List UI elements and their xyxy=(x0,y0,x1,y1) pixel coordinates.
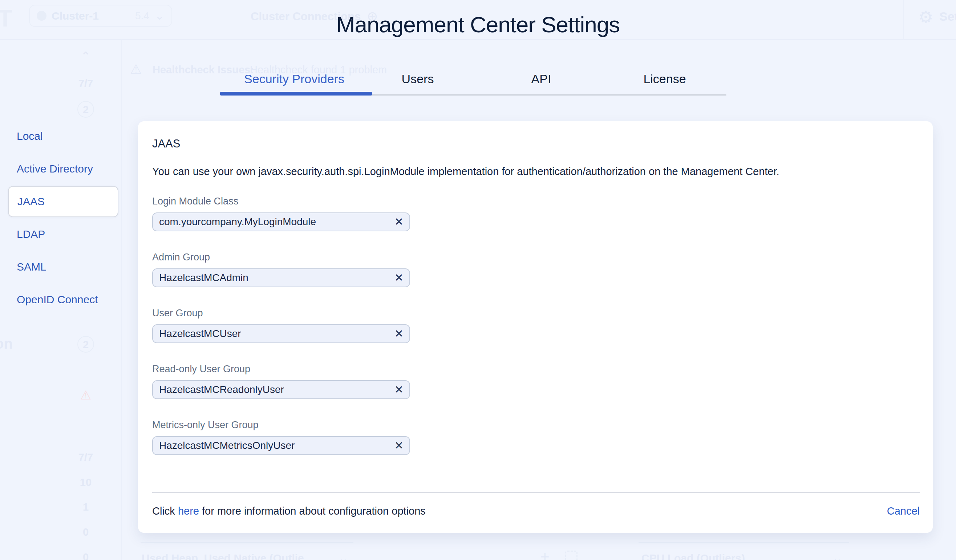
sidebar-item-active-directory[interactable]: Active Directory xyxy=(8,153,118,185)
sidebar-item-openid-connect[interactable]: OpenID Connect xyxy=(8,283,118,316)
input-value: HazelcastMCMetricsOnlyUser xyxy=(159,440,395,451)
tab-security-providers[interactable]: Security Providers xyxy=(233,72,356,86)
expand-icon xyxy=(565,551,577,560)
field-group: Admin Group HazelcastMCAdmin ✕ xyxy=(152,252,920,287)
stat-value: 10 xyxy=(69,477,102,488)
field-group: User Group HazelcastMCUser ✕ xyxy=(152,308,920,343)
readonly-user-group-input[interactable]: HazelcastMCReadonlyUser ✕ xyxy=(152,380,410,399)
panel-description: You can use your own javax.security.auth… xyxy=(152,165,920,178)
panel-top-border xyxy=(141,542,354,543)
clear-icon[interactable]: ✕ xyxy=(395,440,404,451)
help-text-after: for more information about configuration… xyxy=(199,505,426,517)
clear-icon[interactable]: ✕ xyxy=(395,384,404,395)
plus-icon: + xyxy=(541,548,550,560)
input-value: HazelcastMCReadonlyUser xyxy=(159,384,395,395)
stat-badge: 2 xyxy=(69,336,102,352)
clear-icon[interactable]: ✕ xyxy=(395,328,404,339)
warning-icon: ⚠ xyxy=(130,62,142,77)
sidebar-border xyxy=(121,40,122,560)
chevron-down-icon: ⌄ xyxy=(338,551,348,560)
chevron-up-icon: ⌃ xyxy=(69,49,102,63)
sidebar-item-jaas[interactable]: JAAS xyxy=(8,186,118,217)
tab-license[interactable]: License xyxy=(603,72,726,86)
settings-tabs: Security Providers Users API License xyxy=(233,72,726,86)
footer-help-text: Click here for more information about co… xyxy=(152,505,426,517)
field-label: Read-only User Group xyxy=(152,363,920,375)
management-center-settings-screen: T Cluster-1 5.4 ⌄ Cluster Connections ⊕ … xyxy=(0,0,956,560)
field-label: Admin Group xyxy=(152,252,920,263)
sidebar-item-saml[interactable]: SAML xyxy=(8,250,118,283)
stat-badge: 2 xyxy=(69,101,102,118)
chevron-down-icon: ⌄ xyxy=(832,551,842,560)
panel-footer: Click here for more information about co… xyxy=(152,505,920,517)
jaas-settings-panel: JAAS You can use your own javax.security… xyxy=(138,121,933,533)
sidebar-item-ldap[interactable]: LDAP xyxy=(8,218,118,250)
field-label: Login Module Class xyxy=(152,196,920,207)
clipped-background-text: on xyxy=(0,335,13,352)
stat-value: 0 xyxy=(69,526,102,538)
stat-value: 7/7 xyxy=(69,451,102,463)
clear-icon[interactable]: ✕ xyxy=(395,216,404,227)
page-title: Management Center Settings xyxy=(0,12,956,38)
input-value: HazelcastMCAdmin xyxy=(159,272,395,284)
header-border xyxy=(0,39,956,40)
field-label: User Group xyxy=(152,308,920,319)
panel-top-border xyxy=(638,542,849,543)
admin-group-input[interactable]: HazelcastMCAdmin ✕ xyxy=(152,268,410,287)
security-providers-menu: Local Active Directory JAAS LDAP SAML Op… xyxy=(8,120,118,316)
field-group: Metrics-only User Group HazelcastMCMetri… xyxy=(152,420,920,455)
stat-value: 7/7 xyxy=(69,78,102,90)
user-group-input[interactable]: HazelcastMCUser ✕ xyxy=(152,324,410,343)
tab-api[interactable]: API xyxy=(480,72,603,86)
field-label: Metrics-only User Group xyxy=(152,420,920,431)
metrics-only-user-group-input[interactable]: HazelcastMCMetricsOnlyUser ✕ xyxy=(152,436,410,455)
clear-icon[interactable]: ✕ xyxy=(395,272,404,283)
field-group: Read-only User Group HazelcastMCReadonly… xyxy=(152,363,920,399)
footer-divider xyxy=(152,492,920,493)
bottom-right-panel-title: CPU Load (Outliers) xyxy=(642,552,745,560)
login-module-class-input[interactable]: com.yourcompany.MyLoginModule ✕ xyxy=(152,212,410,231)
panel-heading: JAAS xyxy=(152,137,920,150)
help-text-before: Click xyxy=(152,505,178,517)
bottom-left-panel-title: Used Heap, Used Native (Outlie... xyxy=(142,552,313,560)
stat-value: 0 xyxy=(69,551,102,560)
field-group: Login Module Class com.yourcompany.MyLog… xyxy=(152,196,920,231)
cancel-button[interactable]: Cancel xyxy=(887,505,920,517)
help-link[interactable]: here xyxy=(178,505,199,517)
stat-value: 1 xyxy=(69,501,102,513)
warning-icon: ⚠ xyxy=(69,388,102,403)
tab-users[interactable]: Users xyxy=(356,72,480,86)
input-value: HazelcastMCUser xyxy=(159,328,395,340)
sidebar-item-local[interactable]: Local xyxy=(8,120,118,153)
input-value: com.yourcompany.MyLoginModule xyxy=(159,216,395,228)
active-tab-indicator xyxy=(220,92,372,96)
